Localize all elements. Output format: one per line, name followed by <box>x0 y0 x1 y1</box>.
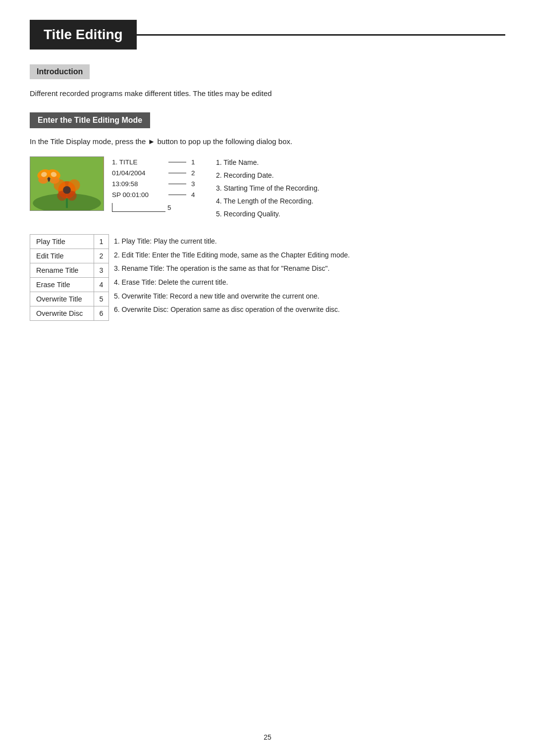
menu-table-area: Play Title1Edit Title2Rename Title3Erase… <box>30 234 505 321</box>
menu-descriptions: 1. Play Title: Play the current title.2.… <box>114 234 350 321</box>
menu-item-num: 4 <box>94 278 108 292</box>
diag-num-3: 3 <box>191 180 195 188</box>
enter-mode-heading: Enter the Title Editing Mode <box>30 112 150 128</box>
diag-row-1: 1. TITLE 1 <box>112 156 211 167</box>
menu-item-num: 3 <box>94 263 108 278</box>
diag-num-5: 5 <box>167 204 171 211</box>
diag-label-3: 13:09:58 <box>112 180 166 188</box>
diagram-area: 1. TITLE 1 01/04/2004 2 13:09:58 3 SP 00… <box>30 156 505 219</box>
diag-right-4: 4. The Length of the Recording. <box>216 196 320 206</box>
diag-label-1: 1. TITLE <box>112 158 166 166</box>
introduction-text: Different recorded programs make differe… <box>30 89 505 98</box>
menu-item-label: Edit Title <box>30 249 94 263</box>
page: Title Editing Introduction Different rec… <box>0 0 535 756</box>
svg-rect-8 <box>66 198 68 208</box>
enter-mode-section: Enter the Title Editing Mode In the Titl… <box>30 112 505 146</box>
introduction-section: Introduction Different recorded programs… <box>30 64 505 98</box>
diag-right-3: 3. Starting Time of the Recording. <box>216 183 320 194</box>
diag-num-4: 4 <box>191 191 195 199</box>
menu-desc-item: 4. Erase Title: Delete the current title… <box>114 277 350 288</box>
diag-row-5: 5 <box>112 202 211 213</box>
diag-line-1 <box>168 162 186 162</box>
diag-row-3: 13:09:58 3 <box>112 178 211 189</box>
page-number: 25 <box>264 733 271 741</box>
diag-label-2: 01/04/2004 <box>112 169 166 177</box>
svg-point-7 <box>63 186 71 194</box>
menu-item-num: 1 <box>94 235 108 249</box>
menu-desc-item: 5. Overwrite Title: Record a new title a… <box>114 291 350 302</box>
menu-item-label: Erase Title <box>30 278 94 292</box>
diag-right-1: 1. Title Name. <box>216 157 320 168</box>
diag-row-2: 01/04/2004 2 <box>112 167 211 178</box>
menu-item-label: Overwrite Title <box>30 292 94 306</box>
menu-item-num: 6 <box>94 306 108 321</box>
menu-desc-item: 2. Edit Title: Enter the Title Editing m… <box>114 250 350 261</box>
menu-desc-item: 6. Overwrite Disc: Operation same as dis… <box>114 304 350 315</box>
diag-right-5: 5. Recording Quality. <box>216 209 320 219</box>
diag-line-2 <box>168 173 186 173</box>
diagram-right-items: 1. Title Name. 2. Recording Date. 3. Sta… <box>216 156 320 219</box>
diag-line-3 <box>168 184 186 184</box>
menu-item-label: Rename Title <box>30 263 94 278</box>
diag-line-4 <box>168 195 186 195</box>
introduction-heading: Introduction <box>30 64 90 79</box>
title-line <box>137 34 505 36</box>
diag-right-2: 2. Recording Date. <box>216 170 320 181</box>
thumbnail-image <box>30 156 104 211</box>
diag-label-4: SP 00:01:00 <box>112 191 166 199</box>
menu-item-label: Overwrite Disc <box>30 306 94 321</box>
title-bar: Title Editing <box>30 20 505 50</box>
menu-item-num: 2 <box>94 249 108 263</box>
page-title: Title Editing <box>30 20 137 50</box>
diagram-labels: 1. TITLE 1 01/04/2004 2 13:09:58 3 SP 00… <box>112 156 211 213</box>
diag-num-2: 2 <box>191 169 195 177</box>
menu-desc-item: 1. Play Title: Play the current title. <box>114 236 350 247</box>
menu-table: Play Title1Edit Title2Rename Title3Erase… <box>30 234 109 321</box>
mode-description: In the Title Display mode, press the ► b… <box>30 137 505 146</box>
diag-num-1: 1 <box>191 158 195 166</box>
menu-item-num: 5 <box>94 292 108 306</box>
menu-item-label: Play Title <box>30 235 94 249</box>
diag-row-4: SP 00:01:00 4 <box>112 189 211 200</box>
menu-desc-item: 3. Rename Title: The operation is the sa… <box>114 263 350 274</box>
